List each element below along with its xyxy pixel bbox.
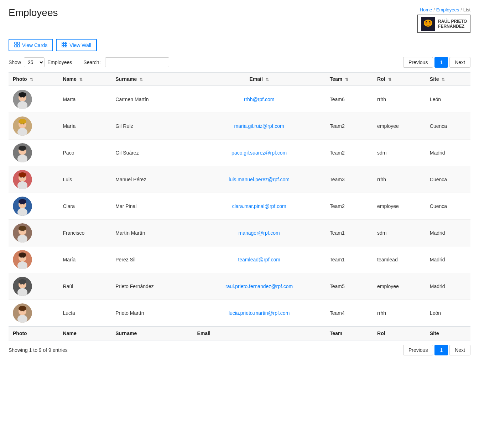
next-button-top[interactable]: Next bbox=[449, 57, 470, 68]
cell-email: manager@rpf.com bbox=[193, 220, 326, 246]
avatar bbox=[13, 116, 32, 136]
svg-point-31 bbox=[24, 124, 25, 125]
svg-point-37 bbox=[24, 150, 25, 151]
cell-team: Team2 bbox=[326, 140, 373, 166]
cell-rol: rrhh bbox=[373, 166, 426, 193]
footer-surname: Surname bbox=[111, 327, 193, 340]
email-link[interactable]: rrhh@rpf.com bbox=[244, 97, 275, 102]
table-footer-row: Photo Name Surname Email Team Rol Site bbox=[9, 327, 470, 340]
prev-button-bottom[interactable]: Previous bbox=[403, 345, 433, 355]
cell-surname: Mar Pinal bbox=[111, 193, 193, 220]
employees-table: Photo ⇅ Name ⇅ Surname ⇅ Email ⇅ Team ⇅ … bbox=[9, 72, 470, 340]
cell-site: Madrid bbox=[426, 273, 470, 300]
cell-site: Cuenca bbox=[426, 113, 470, 140]
cell-photo bbox=[9, 140, 59, 166]
cell-rol: rrhh bbox=[373, 86, 426, 113]
svg-point-25 bbox=[24, 97, 25, 98]
table-row: LuisManuel Pérezluis.manuel.perez@rpf.co… bbox=[9, 166, 470, 193]
cell-site: Madrid bbox=[426, 140, 470, 166]
avatar bbox=[13, 223, 32, 243]
cell-surname: Manuel Pérez bbox=[111, 166, 193, 193]
email-link[interactable]: manager@rpf.com bbox=[239, 230, 280, 236]
email-link[interactable]: luis.manuel.perez@rpf.com bbox=[229, 177, 290, 182]
sort-icon-site[interactable]: ⇅ bbox=[442, 77, 445, 82]
svg-rect-11 bbox=[62, 42, 63, 43]
search-input[interactable] bbox=[105, 57, 169, 67]
toolbar-left: Show 25 10 50 100 Employees Search: bbox=[9, 57, 169, 67]
svg-point-29 bbox=[19, 119, 26, 124]
prev-button-top[interactable]: Previous bbox=[403, 57, 433, 68]
avatar bbox=[13, 90, 32, 109]
svg-point-36 bbox=[21, 150, 22, 151]
table-row: MaríaGil Ruízmaria.gil.ruiz@rpf.comTeam2… bbox=[9, 113, 470, 140]
cell-team: Team1 bbox=[326, 220, 373, 246]
email-link[interactable]: paco.gil.suarez@rpf.com bbox=[231, 150, 287, 156]
svg-point-23 bbox=[19, 92, 26, 97]
footer-name: Name bbox=[59, 327, 111, 340]
view-wall-button[interactable]: View Wall bbox=[56, 39, 97, 51]
email-link[interactable]: clara.mar.pinal@rpf.com bbox=[232, 203, 286, 209]
page-1-button-bottom[interactable]: 1 bbox=[434, 345, 448, 355]
sort-icon-photo[interactable]: ⇅ bbox=[30, 77, 33, 82]
cell-email: rrhh@rpf.com bbox=[193, 86, 326, 113]
svg-point-71 bbox=[19, 306, 26, 311]
svg-point-41 bbox=[19, 172, 26, 177]
svg-point-43 bbox=[24, 177, 25, 178]
col-email: Email ⇅ bbox=[193, 72, 326, 86]
show-select[interactable]: 25 10 50 100 bbox=[24, 57, 45, 67]
show-label: Show bbox=[9, 59, 21, 65]
svg-point-4 bbox=[427, 21, 429, 23]
footer-site: Site bbox=[426, 327, 470, 340]
sort-icon-name[interactable]: ⇅ bbox=[79, 77, 83, 82]
table-row: ClaraMar Pinalclara.mar.pinal@rpf.comTea… bbox=[9, 193, 470, 220]
brand-logo: RAÚL PRIETO FERNÁNDEZ bbox=[417, 15, 470, 33]
cell-site: Madrid bbox=[426, 246, 470, 273]
footer-photo: Photo bbox=[9, 327, 59, 340]
view-cards-button[interactable]: View Cards bbox=[9, 39, 53, 51]
svg-rect-17 bbox=[62, 46, 63, 47]
cell-team: Team4 bbox=[326, 300, 373, 327]
breadcrumb: Home / Employees / List bbox=[420, 7, 470, 12]
svg-point-48 bbox=[21, 204, 22, 205]
cell-name: María bbox=[59, 113, 111, 140]
bottom-bar: Showing 1 to 9 of 9 entries Previous 1 N… bbox=[9, 345, 470, 355]
avatar bbox=[13, 303, 32, 323]
breadcrumb-home[interactable]: Home bbox=[420, 7, 432, 12]
svg-point-6 bbox=[429, 21, 430, 22]
table-row: MartaCarmen Martínrrhh@rpf.comTeam6rrhhL… bbox=[9, 86, 470, 113]
cell-photo bbox=[9, 273, 59, 300]
svg-point-73 bbox=[24, 311, 25, 312]
cell-name: Francisco bbox=[59, 220, 111, 246]
cell-photo bbox=[9, 113, 59, 140]
avatar bbox=[13, 250, 32, 269]
breadcrumb-list: List bbox=[463, 7, 470, 12]
svg-point-24 bbox=[21, 97, 22, 98]
cell-name: Paco bbox=[59, 140, 111, 166]
sort-icon-team[interactable]: ⇅ bbox=[345, 77, 348, 82]
sort-icon-surname[interactable]: ⇅ bbox=[140, 77, 143, 82]
cell-rol: sdm bbox=[373, 140, 426, 166]
svg-point-49 bbox=[24, 204, 25, 205]
email-link[interactable]: lucia.prieto.martin@rpf.com bbox=[229, 310, 290, 316]
email-link[interactable]: maria.gil.ruiz@rpf.com bbox=[234, 123, 284, 129]
cell-email: maria.gil.ruiz@rpf.com bbox=[193, 113, 326, 140]
svg-point-30 bbox=[21, 124, 22, 125]
svg-point-66 bbox=[21, 284, 22, 285]
sort-icon-email[interactable]: ⇅ bbox=[266, 77, 269, 82]
email-link[interactable]: raul.prieto.fernandez@rpf.com bbox=[225, 283, 293, 289]
col-photo: Photo ⇅ bbox=[9, 72, 59, 86]
page-1-button-top[interactable]: 1 bbox=[434, 57, 448, 68]
cell-team: Team2 bbox=[326, 193, 373, 220]
cell-site: León bbox=[426, 86, 470, 113]
search-label: Search: bbox=[83, 59, 100, 65]
svg-point-72 bbox=[21, 311, 22, 312]
next-button-bottom[interactable]: Next bbox=[449, 345, 470, 355]
sort-icon-rol[interactable]: ⇅ bbox=[388, 77, 391, 82]
svg-point-55 bbox=[24, 230, 25, 231]
avatar bbox=[13, 197, 32, 216]
avatar bbox=[13, 277, 32, 296]
breadcrumb-employees[interactable]: Employees bbox=[436, 7, 459, 12]
footer-team: Team bbox=[326, 327, 373, 340]
svg-point-60 bbox=[21, 257, 22, 258]
email-link[interactable]: teamlead@rpf.com bbox=[238, 257, 280, 262]
